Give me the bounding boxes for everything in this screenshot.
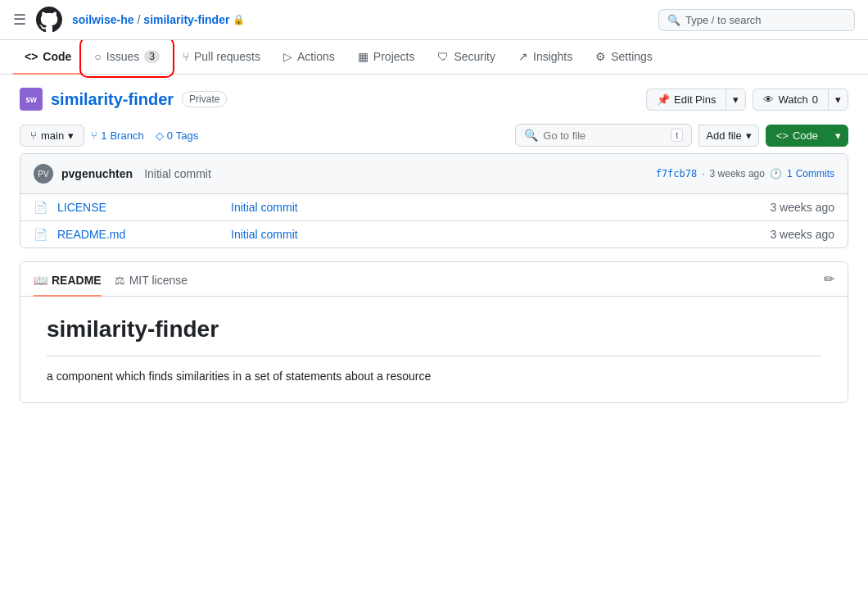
- watch-label: Watch: [778, 93, 807, 106]
- go-to-file-input[interactable]: 🔍 t: [515, 124, 692, 147]
- org-link[interactable]: soilwise-he: [72, 13, 133, 26]
- branch-selector[interactable]: ⑂ main ▾: [20, 125, 84, 147]
- commits-label: Commits: [796, 168, 834, 179]
- tab-mit-license[interactable]: ⚖ MIT license: [115, 270, 188, 297]
- commit-hash[interactable]: f7fcb78: [656, 168, 698, 179]
- branch-count-link[interactable]: ⑂ 1 Branch: [91, 129, 143, 142]
- edit-pins-dropdown[interactable]: ▾: [726, 88, 746, 111]
- readme-description: a component which finds similarities in …: [47, 370, 821, 383]
- file-time-license: 3 weeks ago: [770, 201, 834, 214]
- search-icon: 🔍: [667, 14, 680, 26]
- tab-issues-label: Issues: [106, 50, 139, 63]
- code-button-group: <> Code ▾: [766, 125, 848, 147]
- scales-icon: ⚖: [115, 274, 125, 287]
- file-icon: 📄: [34, 201, 47, 214]
- file-name-license[interactable]: LICENSE: [57, 201, 221, 214]
- table-row: 📄 README.md Initial commit 3 weeks ago: [20, 221, 848, 247]
- add-file-label: Add file: [706, 129, 741, 142]
- clock-icon: 🕐: [770, 168, 782, 179]
- issues-icon: ○: [94, 50, 101, 63]
- watch-button[interactable]: 👁 Watch 0: [753, 88, 828, 111]
- tab-projects-label: Projects: [373, 50, 415, 63]
- branch-label: Branch: [110, 129, 143, 142]
- breadcrumb-separator: /: [137, 13, 140, 26]
- tab-readme[interactable]: 📖 README: [34, 270, 102, 297]
- table-row: 📄 LICENSE Initial commit 3 weeks ago: [20, 194, 848, 221]
- watch-dropdown[interactable]: ▾: [828, 88, 848, 111]
- visibility-badge: Private: [182, 91, 227, 107]
- readme-tab-label: README: [52, 274, 102, 287]
- branch-icon: ⑂: [30, 129, 37, 142]
- branch-info: ⑂ 1 Branch ◇ 0 Tags: [91, 129, 198, 142]
- hamburger-menu[interactable]: ☰: [13, 11, 26, 29]
- tag-label: Tags: [176, 129, 198, 142]
- tab-actions[interactable]: ▷ Actions: [272, 40, 346, 75]
- code-button-icon: <>: [776, 129, 789, 142]
- book-icon: 📖: [34, 274, 47, 287]
- breadcrumb: soilwise-he / similarity-finder 🔒: [72, 13, 245, 26]
- edit-pins-button-group: 📌 Edit Pins ▾: [646, 88, 746, 111]
- branch-count-icon: ⑂: [91, 129, 97, 142]
- commit-message[interactable]: Initial commit: [144, 167, 211, 180]
- file-icon: 📄: [34, 228, 47, 241]
- tab-security[interactable]: 🛡 Security: [426, 40, 507, 75]
- file-commit-readme[interactable]: Initial commit: [231, 228, 760, 241]
- tab-pull-requests[interactable]: ⑂ Pull requests: [171, 40, 272, 75]
- add-file-chevron: ▾: [746, 129, 752, 142]
- commit-row: PV pvgenuchten Initial commit f7fcb78 · …: [20, 154, 848, 194]
- file-browser-header: ⑂ main ▾ ⑂ 1 Branch ◇ 0 Tags 🔍 t Add fil…: [20, 124, 848, 147]
- repo-header: sw similarity-finder Private 📌 Edit Pins…: [20, 88, 848, 111]
- repo-nav: <> Code ○ Issues 3 ⑂ Pull requests ▷ Act…: [0, 40, 868, 75]
- navbar: ☰ soilwise-he / similarity-finder 🔒 🔍 Ty…: [0, 0, 868, 40]
- file-table: PV pvgenuchten Initial commit f7fcb78 · …: [20, 153, 848, 248]
- edit-pins-label: Edit Pins: [674, 93, 716, 106]
- projects-icon: ▦: [358, 50, 368, 63]
- tab-insights[interactable]: ↗ Insights: [507, 40, 584, 75]
- github-logo[interactable]: [36, 7, 62, 33]
- repo-actions: 📌 Edit Pins ▾ 👁 Watch 0 ▾: [646, 88, 848, 111]
- tag-count-link[interactable]: ◇ 0 Tags: [156, 129, 199, 142]
- code-chevron-icon: ▾: [835, 129, 841, 142]
- tab-issues[interactable]: ○ Issues 3: [83, 40, 171, 75]
- readme-divider: [47, 356, 821, 356]
- readme-body: similarity-finder a component which find…: [20, 297, 848, 402]
- tab-code[interactable]: <> Code: [13, 40, 83, 75]
- commit-time: 3 weeks ago: [710, 168, 765, 179]
- file-commit-license[interactable]: Initial commit: [231, 201, 760, 214]
- repo-link[interactable]: similarity-finder: [143, 13, 229, 26]
- actions-icon: ▷: [283, 50, 292, 63]
- readme-header: 📖 README ⚖ MIT license ✏: [20, 262, 848, 297]
- tab-settings[interactable]: ⚙ Settings: [584, 40, 664, 75]
- code-icon: <>: [25, 50, 38, 63]
- branch-name: main: [41, 129, 64, 142]
- security-icon: 🛡: [437, 50, 449, 63]
- settings-icon: ⚙: [595, 50, 606, 63]
- repo-title[interactable]: similarity-finder: [51, 90, 174, 109]
- commit-author[interactable]: pvgenuchten: [61, 167, 133, 180]
- search-placeholder-text: Type / to search: [685, 14, 762, 26]
- tag-icon: ◇: [156, 129, 164, 142]
- add-file-button[interactable]: Add file ▾: [698, 125, 758, 147]
- search-icon-file: 🔍: [524, 129, 538, 142]
- tab-insights-label: Insights: [533, 50, 572, 63]
- readme-title: similarity-finder: [47, 316, 821, 343]
- commit-count-link[interactable]: 1 Commits: [787, 168, 834, 179]
- global-search[interactable]: 🔍 Type / to search: [658, 9, 855, 31]
- mit-license-label: MIT license: [129, 274, 188, 287]
- lock-icon: 🔒: [233, 14, 245, 25]
- edit-readme-button[interactable]: ✏: [824, 271, 834, 287]
- edit-pins-button[interactable]: 📌 Edit Pins: [646, 88, 726, 111]
- tab-actions-label: Actions: [297, 50, 335, 63]
- file-name-readme[interactable]: README.md: [57, 228, 221, 241]
- code-button[interactable]: <> Code: [766, 125, 828, 147]
- code-dropdown-button[interactable]: ▾: [828, 125, 848, 147]
- go-to-file-field[interactable]: [543, 129, 666, 142]
- tab-settings-label: Settings: [611, 50, 653, 63]
- pull-requests-icon: ⑂: [183, 50, 189, 63]
- tab-projects[interactable]: ▦ Projects: [346, 40, 427, 75]
- main-content: sw similarity-finder Private 📌 Edit Pins…: [0, 75, 868, 416]
- commit-meta: f7fcb78 · 3 weeks ago 🕐 1 Commits: [656, 168, 834, 179]
- file-time-readme: 3 weeks ago: [770, 228, 834, 241]
- tag-count: 0: [167, 129, 173, 142]
- insights-icon: ↗: [518, 50, 528, 63]
